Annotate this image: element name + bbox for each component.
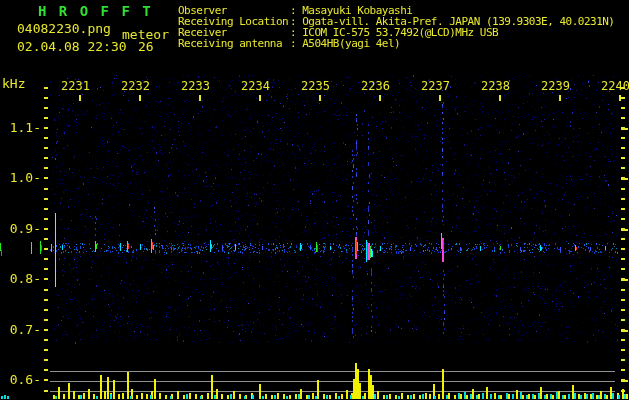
hrofft-screenshot: H R O F F T 04082230.png meteor 02.04.08… [0,0,629,400]
x-tick-label: 2240 [601,80,629,92]
info-label: Receiving antenna [178,38,282,49]
x-tick-label: 2237 [421,80,450,92]
y-tick-label: 0.7- [1,323,41,336]
y-tick-label: 1.0- [1,171,41,184]
x-tick-label: 2239 [541,80,570,92]
x-tick-label: 2236 [361,80,390,92]
y-tick-label: 0.8- [1,272,41,285]
x-tick-label: 2232 [121,80,150,92]
x-tick-label: 2231 [61,80,90,92]
x-tick-label: 2238 [481,80,510,92]
freq-unit-label: kHz [2,77,25,90]
meteor-count: 26 [138,40,154,53]
app-title: H R O F F T [38,4,153,18]
spectrogram-canvas [0,0,629,400]
datetime-label: 02.04.08 22:30 [17,40,127,53]
y-tick-label: 1.1- [1,121,41,134]
x-tick-label: 2235 [301,80,330,92]
x-tick-label: 2234 [241,80,270,92]
x-tick-label: 2233 [181,80,210,92]
y-tick-label: 0.6- [1,373,41,386]
info-value: : A504HB(yagi 4el) [290,38,400,49]
file-name: 04082230.png [17,22,111,35]
y-tick-label: 0.9- [1,222,41,235]
